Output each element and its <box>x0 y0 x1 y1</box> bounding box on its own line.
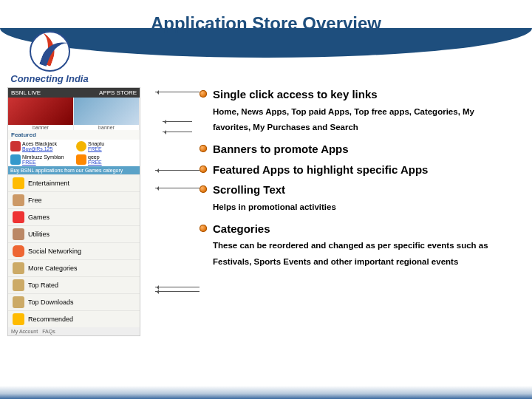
mock-banner: banner <box>8 98 74 130</box>
mock-app: Aces BlackjackBuy@Rs.125 <box>8 140 74 153</box>
mock-topbar-right: APPS STORE <box>99 89 137 96</box>
mock-banners: banner banner <box>8 98 140 130</box>
logo-icon <box>30 31 70 72</box>
bullet-icon <box>200 145 207 152</box>
mock-cat: Top Downloads <box>8 293 140 310</box>
bullet-item: Single click access to key links Home, N… <box>200 87 511 136</box>
mock-cat: Free <box>8 191 140 208</box>
mock-app: Nimbuzz SymbianFREE <box>8 153 74 166</box>
bullet-icon <box>200 225 207 232</box>
bullet-head: Scrolling Text <box>213 183 285 197</box>
bullet-head: Single click access to key links <box>213 87 378 102</box>
mock-cat: Top Rated <box>8 276 140 293</box>
bullet-item: Scrolling Text Helps in promotional acti… <box>200 183 511 215</box>
mock-cat: Utilities <box>8 225 140 242</box>
mock-cat: Social Networking <box>8 242 140 259</box>
bullet-icon <box>200 185 207 193</box>
mock-categories: Entertainment Free Games Utilities Socia… <box>8 174 140 327</box>
mock-bottombar: My Account FAQs <box>8 327 140 335</box>
mock-cat: Entertainment <box>8 174 140 191</box>
arrow-icon <box>155 170 200 171</box>
bullet-sub: Home, News Apps, Top paid Apps, Top free… <box>213 104 511 137</box>
bullet-icon <box>200 166 207 173</box>
mock-app: SnaptuFREE <box>74 140 140 153</box>
footer-gradient <box>0 386 532 399</box>
phone-screenshot: BSNL LIVE APPS STORE banner banner Featu… <box>7 87 155 336</box>
mock-cat: Recommended <box>8 310 140 327</box>
arrow-icon <box>163 132 192 132</box>
mock-apps-row: Aces BlackjackBuy@Rs.125 SnaptuFREE <box>8 140 140 153</box>
bullet-item: Featured Apps to highlight specific Apps <box>200 163 511 177</box>
bullet-item: Categories These can be reordered and ch… <box>200 222 511 270</box>
arrow-icon <box>155 188 200 188</box>
arrows <box>155 87 200 336</box>
mock-cat: Games <box>8 208 140 225</box>
bullet-list: Single click access to key links Home, N… <box>200 87 532 336</box>
mock-topbar: BSNL LIVE APPS STORE <box>8 88 140 98</box>
bullet-sub: These can be reordered and changed as pe… <box>213 238 511 270</box>
logo: Connecting India <box>6 31 93 84</box>
mock-featured-header: Featured <box>8 130 140 140</box>
mock-banner: banner <box>74 98 140 130</box>
bullet-head: Categories <box>213 222 270 236</box>
mock-apps-row: Nimbuzz SymbianFREE qeepFREE <box>8 153 140 166</box>
arrow-icon <box>155 291 200 292</box>
mock-app: qeepFREE <box>74 153 140 166</box>
bullet-icon <box>200 90 207 98</box>
bullet-head: Banners to promote Apps <box>213 142 349 157</box>
logo-text: Connecting India <box>6 73 93 84</box>
bullet-sub: Helps in promotional activities <box>213 200 511 216</box>
mock-cat: More Categories <box>8 259 140 276</box>
bullet-item: Banners to promote Apps <box>200 142 511 157</box>
content: BSNL LIVE APPS STORE banner banner Featu… <box>0 87 532 336</box>
arrow-icon <box>155 92 200 92</box>
arrow-icon <box>163 121 192 122</box>
arrow-icon <box>155 287 200 287</box>
bullet-head: Featured Apps to highlight specific Apps <box>213 163 428 177</box>
mock-topbar-left: BSNL LIVE <box>11 89 41 96</box>
mock-scroll-text: Buy BSNL applications from our Games cat… <box>8 166 140 174</box>
